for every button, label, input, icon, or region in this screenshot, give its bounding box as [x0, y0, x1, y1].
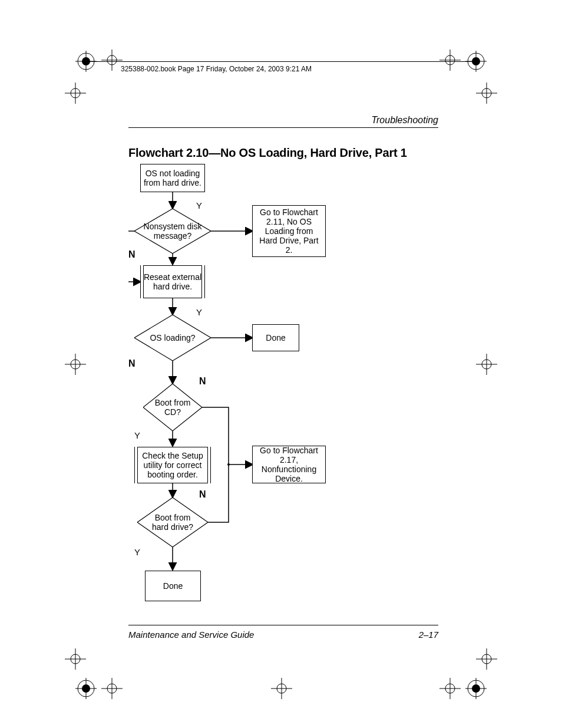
footer-left: Maintenance and Service Guide: [128, 630, 254, 640]
register-mark-icon: [75, 51, 97, 74]
node-check: Check the Setup utility for correct boot…: [134, 447, 211, 483]
node-text: Done: [163, 581, 183, 591]
node-d1: Nonsystem disk message?: [134, 209, 211, 253]
edge-label-n: N: [128, 249, 135, 260]
footer-right: 2–17: [419, 630, 438, 640]
node-ref217: Go to Flowchart 2.17, Nonfunctioning Dev…: [252, 446, 326, 483]
crosshair-icon: [476, 354, 497, 377]
section-rule: [128, 127, 438, 128]
edge-label-n: N: [199, 489, 206, 500]
section-heading: Troubleshooting: [371, 115, 438, 126]
node-done1: Done: [252, 324, 299, 351]
node-done2: Done: [145, 571, 201, 601]
edge-label-y: Y: [134, 430, 140, 440]
edge-label-y: Y: [134, 547, 140, 557]
crosshair-icon: [476, 83, 497, 106]
node-start: OS not loading from hard drive.: [140, 164, 205, 192]
header-line: 325388-002.book Page 17 Friday, October …: [121, 65, 312, 73]
svg-point-57: [227, 463, 230, 466]
node-text: Boot from CD?: [143, 384, 202, 431]
node-d2: OS loading?: [134, 315, 211, 361]
crosshair-icon: [65, 83, 86, 106]
node-text: OS loading?: [134, 315, 211, 361]
node-text: Done: [266, 333, 285, 342]
node-text: Go to Flowchart 2.11, No OS Loading from…: [255, 207, 323, 255]
footer-rule: [128, 625, 438, 625]
crosshair-icon: [476, 648, 497, 672]
edge-label-n: N: [199, 376, 206, 387]
page: 325388-002.book Page 17 Friday, October …: [0, 0, 562, 728]
register-mark-icon: [465, 678, 487, 701]
register-mark-icon: [465, 51, 487, 74]
crosshair-icon: [101, 678, 123, 701]
crosshair-icon: [65, 648, 86, 672]
edge-label-y: Y: [196, 200, 202, 210]
node-text: Reseat external hard drive.: [143, 272, 202, 291]
crosshair-icon: [65, 354, 86, 377]
register-mark-icon: [75, 678, 97, 701]
node-text: Check the Setup utility for correct boot…: [137, 451, 208, 479]
crosshair-icon: [271, 678, 292, 701]
node-text: Boot from hard drive?: [137, 498, 208, 547]
node-text: Go to Flowchart 2.17, Nonfunctioning Dev…: [255, 446, 323, 483]
crosshair-icon: [439, 678, 461, 701]
node-ref211: Go to Flowchart 2.11, No OS Loading from…: [252, 205, 326, 257]
node-d3: Boot from CD?: [143, 384, 202, 431]
node-d4: Boot from hard drive?: [137, 498, 208, 547]
edge-label-y: Y: [196, 307, 202, 317]
edge-label-n: N: [128, 358, 135, 369]
header-rule: [88, 61, 474, 62]
page-title: Flowchart 2.10—No OS Loading, Hard Drive…: [128, 146, 407, 160]
node-text: Nonsystem disk message?: [134, 209, 211, 253]
flowchart: OS not loading from hard drive. Nonsyste…: [128, 164, 435, 624]
node-reseat: Reseat external hard drive.: [140, 265, 205, 298]
node-text: OS not loading from hard drive.: [143, 169, 202, 187]
